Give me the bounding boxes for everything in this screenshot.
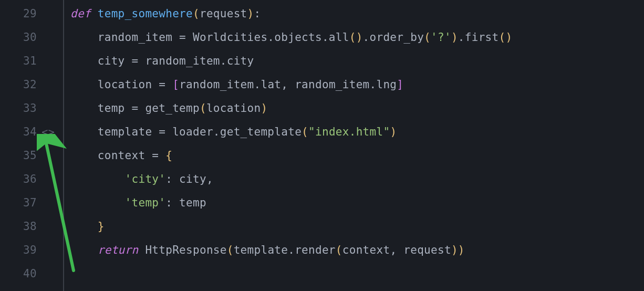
line-number: 30 <box>0 26 57 49</box>
code-token: : <box>254 7 261 20</box>
code-line[interactable]: } <box>70 215 644 238</box>
code-token: Worldcities.objects.all <box>193 31 349 44</box>
code-token: } <box>98 220 105 233</box>
code-token: ) <box>261 102 267 115</box>
code-token: ) <box>390 126 397 138</box>
code-token: { <box>165 149 172 162</box>
line-number: 33 <box>0 97 57 120</box>
code-line[interactable]: temp = get_temp(location) <box>70 97 644 120</box>
code-token: )) <box>451 244 465 256</box>
code-token: 'city' <box>125 173 166 185</box>
code-line[interactable]: def temp_somewhere(request): <box>70 2 644 26</box>
code-token: "index.html" <box>308 126 390 138</box>
code-token: location <box>98 78 159 91</box>
line-number-gutter: 293031323334<>353637383940 <box>0 0 63 291</box>
code-line[interactable]: template = loader.get_template("index.ht… <box>70 120 644 144</box>
code-token: ( <box>424 31 431 44</box>
code-line[interactable]: random_item = Worldcities.objects.all().… <box>70 26 644 49</box>
code-token: temp <box>98 102 132 115</box>
code-token: get_temp <box>145 102 200 115</box>
code-token: temp_somewhere <box>98 7 193 20</box>
code-token: loader.get_template <box>172 126 302 138</box>
line-number: 32 <box>0 73 57 97</box>
code-line[interactable]: city = random_item.city <box>70 49 644 73</box>
code-token: ( <box>200 102 206 115</box>
code-token: HttpResponse <box>145 244 226 256</box>
code-line[interactable]: context = { <box>70 144 644 168</box>
code-token: city <box>179 173 206 185</box>
code-line[interactable]: 'temp': temp <box>70 191 644 215</box>
code-token: ( <box>227 244 234 256</box>
code-lens-marker-icon[interactable]: <> <box>41 120 55 144</box>
code-token: random_item.lng <box>295 78 397 91</box>
code-line[interactable]: return HttpResponse(template.render(cont… <box>70 238 644 262</box>
code-token: '?' <box>431 31 451 44</box>
code-line[interactable]: location = [random_item.lat, random_item… <box>70 73 644 97</box>
code-token: request <box>200 7 247 20</box>
code-token: ( <box>302 126 308 138</box>
code-token: random_item <box>98 31 179 44</box>
code-token: = <box>159 126 172 138</box>
code-token: ( <box>336 244 342 256</box>
code-line[interactable] <box>70 262 644 286</box>
code-token: ) <box>451 31 458 44</box>
code-token: .first <box>458 31 499 44</box>
code-token: ] <box>397 78 403 91</box>
code-token: [ <box>172 78 179 91</box>
line-number: 40 <box>0 262 57 286</box>
code-editor[interactable]: 293031323334<>353637383940 def temp_some… <box>0 0 644 291</box>
code-token: ) <box>247 7 254 20</box>
code-token: request <box>403 244 451 256</box>
code-token: def <box>70 7 98 20</box>
line-number: 31 <box>0 49 57 73</box>
code-token: = <box>159 78 172 91</box>
code-token: = <box>132 102 146 115</box>
code-token: context <box>98 149 152 162</box>
code-token: , <box>281 78 295 91</box>
code-token: location <box>206 102 261 115</box>
code-token: = <box>132 55 146 67</box>
code-token: city <box>98 55 132 67</box>
code-token: template <box>98 126 159 138</box>
line-number: 34<> <box>0 120 57 144</box>
code-token: 'temp' <box>125 196 166 209</box>
code-token: temp <box>179 196 206 209</box>
code-token: random_item.city <box>145 55 254 67</box>
line-number: 36 <box>0 168 57 191</box>
code-token: = <box>179 31 193 44</box>
code-token: , <box>390 244 403 256</box>
code-area[interactable]: def temp_somewhere(request): random_item… <box>64 0 644 291</box>
line-number: 37 <box>0 191 57 215</box>
code-token: random_item.lat <box>179 78 281 91</box>
code-token: () <box>349 31 363 44</box>
code-token: : <box>165 196 179 209</box>
code-token: , <box>206 173 213 185</box>
code-token: = <box>152 149 165 162</box>
code-token: : <box>165 173 179 185</box>
code-token: ( <box>193 7 200 20</box>
code-token: context <box>342 244 390 256</box>
code-token: template.render <box>234 244 336 256</box>
line-number: 38 <box>0 215 57 238</box>
line-number: 29 <box>0 2 57 26</box>
code-token: return <box>98 244 146 256</box>
code-line[interactable]: 'city': city, <box>70 168 644 191</box>
code-token: () <box>499 31 513 44</box>
line-number: 39 <box>0 238 57 262</box>
code-token: .order_by <box>363 31 424 44</box>
line-number: 35 <box>0 144 57 168</box>
